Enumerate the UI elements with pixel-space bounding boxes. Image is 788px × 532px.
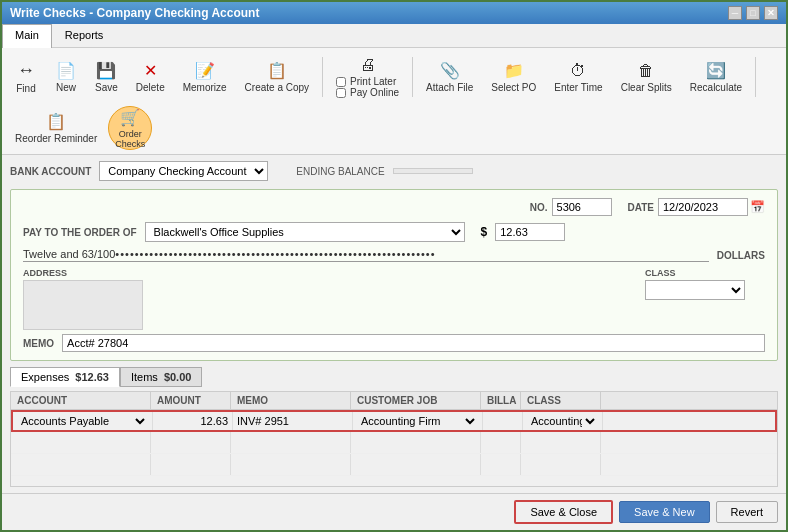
customer-job-cell: Accounting Firm — [353, 412, 483, 430]
toolbar-separator-1 — [322, 57, 323, 97]
payto-select[interactable]: Blackwell's Office Supplies — [145, 222, 465, 242]
items-tab[interactable]: Items $0.00 — [120, 367, 202, 387]
find-button[interactable]: ↔ Find — [8, 56, 44, 98]
dollars-label: DOLLARS — [717, 250, 765, 261]
ending-balance-value — [393, 168, 473, 174]
bank-account-label: BANK ACCOUNT — [10, 166, 91, 177]
expenses-tab[interactable]: Expenses $12.63 — [10, 367, 120, 387]
col-header-account: ACCOUNT — [11, 392, 151, 409]
recalculate-icon: 🔄 — [706, 61, 726, 80]
save-new-button[interactable]: Save & New — [619, 501, 710, 523]
col-header-customer-job: CUSTOMER JOB — [351, 392, 481, 409]
create-copy-button[interactable]: 📋 Create a Copy — [238, 57, 316, 97]
toolbar: ↔ Find 📄 New 💾 Save ✕ Delete 📝 Memorize … — [2, 48, 786, 155]
check-date-wrapper: 📅 — [658, 198, 765, 216]
col-header-class: CLASS — [521, 392, 601, 409]
title-bar-controls: ─ □ ✕ — [728, 6, 778, 20]
address-section: ADDRESS — [23, 268, 143, 330]
class-section: CLASS — [645, 268, 745, 330]
pay-online-label: Pay Online — [350, 87, 399, 98]
dots: ••••••••••••••••••••••••••••••••••••••••… — [115, 248, 435, 260]
row-memo-input[interactable] — [237, 415, 348, 427]
amount-words: Twelve and 63/100•••••••••••••••••••••••… — [23, 248, 709, 262]
select-po-button[interactable]: 📁 Select PO — [484, 57, 543, 97]
col-header-memo: MEMO — [231, 392, 351, 409]
print-button[interactable]: 🖨 Print Later Pay Online — [329, 52, 406, 102]
enter-time-button[interactable]: ⏱ Enter Time — [547, 58, 609, 97]
tab-main[interactable]: Main — [2, 24, 52, 48]
amount-cell — [153, 412, 233, 430]
address-box — [23, 280, 143, 330]
memorize-button[interactable]: 📝 Memorize — [176, 57, 234, 97]
recalculate-button[interactable]: 🔄 Recalculate — [683, 57, 749, 97]
reorder-reminder-button[interactable]: 📋 Reorder Reminder — [8, 108, 104, 148]
toolbar-separator-3 — [755, 57, 756, 97]
maximize-button[interactable]: □ — [746, 6, 760, 20]
items-tab-label: Items — [131, 371, 158, 383]
clear-splits-button[interactable]: 🗑 Clear Splits — [614, 58, 679, 97]
enter-time-icon: ⏱ — [570, 62, 586, 80]
copy-icon: 📋 — [267, 61, 287, 80]
row-amount-input[interactable] — [157, 415, 228, 427]
reorder-icon: 📋 — [46, 112, 66, 131]
check-top-fields: NO. DATE 📅 — [23, 198, 765, 216]
delete-icon: ✕ — [144, 61, 157, 80]
select-po-icon: 📁 — [504, 61, 524, 80]
toolbar-separator-2 — [412, 57, 413, 97]
print-later-checkbox[interactable] — [336, 77, 346, 87]
main-window: Write Checks - Company Checking Account … — [0, 0, 788, 532]
class-select[interactable] — [645, 280, 745, 300]
check-no-row: NO. — [530, 198, 612, 216]
address-label: ADDRESS — [23, 268, 143, 278]
delete-button[interactable]: ✕ Delete — [129, 57, 172, 97]
window-title: Write Checks - Company Checking Account — [10, 6, 259, 20]
amount-words-row: Twelve and 63/100•••••••••••••••••••••••… — [23, 248, 765, 262]
check-date-row: DATE 📅 — [628, 198, 765, 216]
save-icon: 💾 — [96, 61, 116, 80]
calendar-icon[interactable]: 📅 — [750, 200, 765, 214]
memo-input[interactable] — [62, 334, 765, 352]
save-button[interactable]: 💾 Save — [88, 57, 125, 97]
payto-row: PAY TO THE ORDER OF Blackwell's Office S… — [23, 222, 765, 242]
table-header: ACCOUNT AMOUNT MEMO CUSTOMER JOB BILLA C… — [11, 392, 777, 410]
clear-splits-icon: 🗑 — [638, 62, 654, 80]
memo-label: MEMO — [23, 338, 54, 349]
print-later-label: Print Later — [350, 76, 396, 87]
tab-reports[interactable]: Reports — [52, 24, 117, 47]
attach-icon: 📎 — [440, 61, 460, 80]
customer-job-select[interactable]: Accounting Firm — [357, 414, 478, 428]
main-content: BANK ACCOUNT Company Checking Account EN… — [2, 155, 786, 493]
check-area: NO. DATE 📅 PAY TO THE ORDER OF Blackwell… — [10, 189, 778, 361]
menu-bar: Main Reports — [2, 24, 786, 48]
table-row-empty-1 — [11, 432, 777, 454]
revert-button[interactable]: Revert — [716, 501, 778, 523]
check-amount-input[interactable] — [495, 223, 565, 241]
address-class-row: ADDRESS CLASS — [23, 268, 765, 330]
close-button[interactable]: ✕ — [764, 6, 778, 20]
col-header-billa: BILLA — [481, 392, 521, 409]
row-billa-input[interactable] — [487, 415, 518, 427]
ending-balance-label: ENDING BALANCE — [296, 166, 384, 177]
order-checks-button[interactable]: 🛒 Order Checks — [108, 106, 152, 150]
find-icon: ↔ — [17, 60, 35, 81]
check-date-input[interactable] — [658, 198, 748, 216]
memo-row: MEMO — [23, 334, 765, 352]
table-row-empty-2 — [11, 454, 777, 476]
title-bar: Write Checks - Company Checking Account … — [2, 2, 786, 24]
table-row: Accounts Payable Accounting Firm — [11, 410, 777, 432]
attach-file-button[interactable]: 📎 Attach File — [419, 57, 480, 97]
class-label: CLASS — [645, 268, 745, 278]
new-button[interactable]: 📄 New — [48, 57, 84, 97]
print-icon: 🖨 — [360, 56, 376, 74]
minimize-button[interactable]: ─ — [728, 6, 742, 20]
expenses-tab-amount: $12.63 — [75, 371, 109, 383]
pay-online-checkbox[interactable] — [336, 88, 346, 98]
order-checks-icon: 🛒 — [120, 108, 140, 127]
check-no-input[interactable] — [552, 198, 612, 216]
save-close-button[interactable]: Save & Close — [514, 500, 613, 524]
row-class-select[interactable]: Accounting — [527, 414, 598, 428]
account-select[interactable]: Accounts Payable — [17, 414, 148, 428]
memo-cell — [233, 412, 353, 430]
memorize-icon: 📝 — [195, 61, 215, 80]
bank-account-select[interactable]: Company Checking Account — [99, 161, 268, 181]
